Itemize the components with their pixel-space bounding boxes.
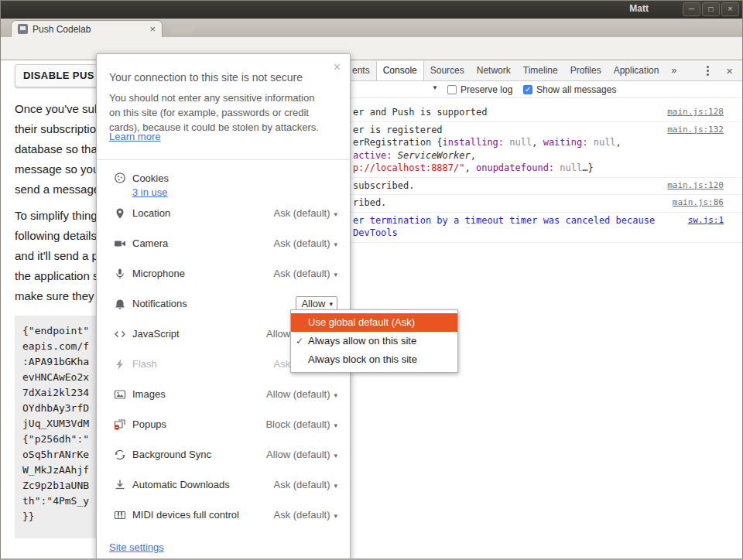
preserve-log-label[interactable]: Preserve log <box>461 81 512 98</box>
permission-row-camera: CameraAsk (default)▾ <box>109 228 337 258</box>
learn-more-link[interactable]: Learn more <box>109 131 160 143</box>
permission-label: Microphone <box>132 268 185 279</box>
permission-label: Popups <box>132 418 166 430</box>
browser-tab[interactable]: Push Codelab × <box>11 20 163 37</box>
devtools-tab-console[interactable]: Console <box>376 61 424 80</box>
popup-close-icon[interactable]: × <box>334 60 341 74</box>
popup-description: You should not enter any sensitive infor… <box>109 90 341 135</box>
disable-push-button[interactable]: DISABLE PUS <box>15 64 100 87</box>
location-permission-dropdown[interactable]: Ask (default)▾ <box>273 207 337 219</box>
tab-title: Push Codelab <box>33 24 149 35</box>
console-entry: ribed.main.js:86 <box>286 195 742 213</box>
console-entry: er is registerederRegistration {installi… <box>286 122 742 178</box>
console-source-link[interactable]: main.js:86 <box>673 196 724 210</box>
popup-title: Your connection to this site is not secu… <box>109 71 325 84</box>
console-source-link[interactable]: main.js:128 <box>667 106 724 119</box>
devtools-tab-sources[interactable]: Sources <box>424 61 471 80</box>
tab-favicon <box>18 24 28 34</box>
automatic-downloads-permission-dropdown[interactable]: Ask (default)▾ <box>273 479 337 490</box>
console-toolbar: ▼ Preserve log Show all messages <box>286 81 742 98</box>
maximize-button[interactable]: □ <box>702 2 720 16</box>
dropdown-caret-icon: ▾ <box>334 512 337 520</box>
devtools-close-icon[interactable]: × <box>726 65 733 77</box>
devtools-tab-profiles[interactable]: Profiles <box>564 61 608 80</box>
dropdown-caret-icon: ▾ <box>334 241 337 248</box>
frame-selector-dropdown[interactable]: ▼ <box>432 84 438 91</box>
devtools-tab-application[interactable]: Application <box>608 61 666 80</box>
permission-label: Flash <box>132 358 157 370</box>
permission-label: Location <box>132 207 170 219</box>
menu-item-always-allow-on-this-site[interactable]: ✓Always allow on this site <box>291 332 457 350</box>
page-paragraph: To simplify thingsfollowing detailsand i… <box>15 206 98 306</box>
profile-name[interactable]: Matt <box>629 3 649 14</box>
midi-permission-dropdown[interactable]: Ask (default)▾ <box>273 509 337 521</box>
site-info-popup: × Your connection to this site is not se… <box>96 53 351 560</box>
images-permission-dropdown[interactable]: Allow (default)▾ <box>266 388 337 400</box>
page-text-line: the application se <box>15 266 98 286</box>
devtools-menu-button[interactable] <box>703 70 712 72</box>
permission-row-popups: PopupsBlock (default)▾ <box>109 409 337 439</box>
permission-row-microphone: MicrophoneAsk (default)▾ <box>109 258 337 289</box>
permission-label: Background Sync <box>132 449 211 460</box>
camera-icon <box>114 237 126 250</box>
cookies-label: Cookies <box>132 172 169 184</box>
popup-description-line: You should not enter any sensitive infor… <box>109 90 341 105</box>
camera-permission-dropdown[interactable]: Ask (default)▾ <box>273 237 337 249</box>
automatic-downloads-icon <box>114 479 126 491</box>
preserve-log-checkbox[interactable] <box>447 85 457 94</box>
permission-row-automatic-downloads: Automatic DownloadsAsk (default)▾ <box>109 470 337 500</box>
permission-label: Images <box>132 388 166 400</box>
menu-item-use-global-default-ask-[interactable]: Use global default (Ask) <box>291 313 457 332</box>
flash-icon <box>114 358 126 370</box>
show-all-messages-label[interactable]: Show all messages <box>536 81 616 98</box>
console-source-link[interactable]: sw.js:1 <box>688 214 724 227</box>
midi-icon <box>114 509 126 521</box>
console-message: er termination by a timeout timer was ca… <box>353 214 679 240</box>
dropdown-caret-icon: ▾ <box>334 452 337 459</box>
notifications-icon <box>114 298 126 310</box>
window-buttons: ─□× <box>683 2 739 16</box>
console-entry: subscribed.main.js:120 <box>286 178 742 196</box>
page-text-line: and it'll send a pu <box>15 246 98 266</box>
dropdown-caret-icon: ▾ <box>334 271 337 278</box>
site-settings-link[interactable]: Site settings <box>109 541 164 553</box>
permission-label: MIDI devices full control <box>132 509 239 521</box>
new-tab-button[interactable] <box>170 22 198 33</box>
popups-permission-dropdown[interactable]: Block (default)▾ <box>265 418 337 430</box>
devtools-tab-timeline[interactable]: Timeline <box>517 61 564 80</box>
console-source-link[interactable]: main.js:132 <box>667 124 724 137</box>
devtools-tab-»[interactable]: » <box>665 61 683 80</box>
console-entry: er termination by a timeout timer was ca… <box>286 213 742 243</box>
background-sync-permission-dropdown[interactable]: Allow (default)▾ <box>266 449 337 460</box>
page-text-line: following details <box>15 226 98 246</box>
notifications-dropdown-menu: Use global default (Ask)✓Always allow on… <box>290 309 458 373</box>
menu-item-always-block-on-this-site[interactable]: Always block on this site <box>291 350 457 369</box>
background-sync-icon <box>114 449 126 461</box>
window-titlebar: Matt ─□× <box>0 0 743 19</box>
page-text-line: make sure they r <box>15 286 98 306</box>
vertical-dots-icon <box>707 70 709 72</box>
minimize-button[interactable]: ─ <box>683 2 700 16</box>
permission-label: Camera <box>132 237 168 249</box>
dropdown-caret-icon: ▾ <box>329 300 333 308</box>
divider <box>97 159 350 160</box>
page-text-line: their subscription <box>15 119 98 139</box>
microphone-permission-dropdown[interactable]: Ask (default)▾ <box>273 268 337 279</box>
images-icon <box>114 388 126 401</box>
microphone-icon <box>114 268 126 280</box>
popups-icon <box>114 418 126 431</box>
cookies-in-use-link[interactable]: 3 in use <box>132 186 168 198</box>
console-entry: er and Push is supportedmain.js:128 <box>286 104 742 122</box>
close-button[interactable]: × <box>721 2 739 16</box>
check-icon: ✓ <box>296 332 303 350</box>
page-text-line: message so you ca <box>15 159 98 179</box>
tab-close-icon[interactable]: × <box>149 24 156 34</box>
devtools-tab-ents[interactable]: ents <box>351 61 376 80</box>
javascript-icon <box>114 328 126 340</box>
console-source-link[interactable]: main.js:120 <box>667 179 724 193</box>
devtools-tab-network[interactable]: Network <box>471 61 517 80</box>
console-message: er is registerederRegistration {installi… <box>353 124 658 175</box>
show-all-messages-checkbox[interactable] <box>523 85 532 94</box>
dropdown-caret-icon: ▾ <box>334 422 337 429</box>
permission-row-background-sync: Background SyncAllow (default)▾ <box>109 439 337 470</box>
